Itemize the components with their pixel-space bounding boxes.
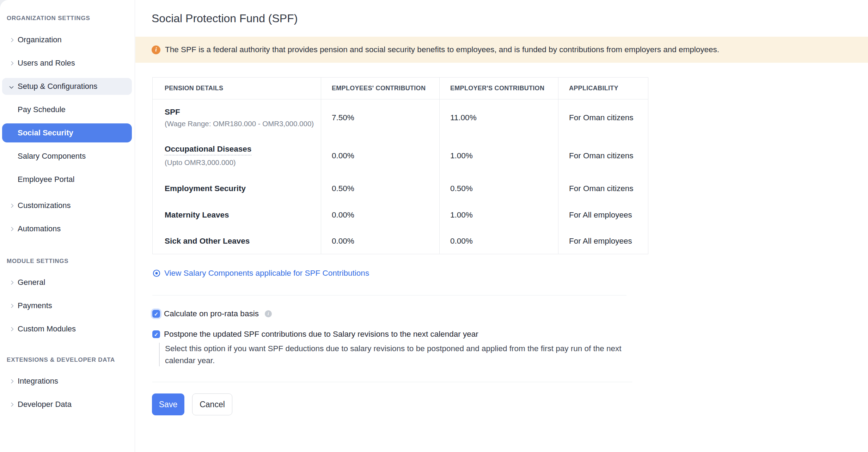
check-icon: ✓ <box>154 311 159 317</box>
row-title: SPF <box>165 108 180 117</box>
section-label-module-settings: MODULE SETTINGS <box>7 258 68 265</box>
postpone-option-row: ✓ Postpone the updated SPF contributions… <box>152 326 478 342</box>
postpone-checkbox[interactable]: ✓ <box>152 330 160 338</box>
applicability-value: For All employees <box>558 202 648 228</box>
sidebar-item-label: Employee Portal <box>18 175 74 184</box>
column-header-employees-contribution: EMPLOYEES' CONTRIBUTION <box>321 78 440 99</box>
column-header-pension-details: PENSION DETAILS <box>153 78 321 99</box>
sidebar-item-social-security[interactable]: Social Security <box>0 121 135 145</box>
sidebar-item-customizations[interactable]: Customizations <box>0 194 135 217</box>
chevron-right-icon <box>9 203 14 208</box>
sidebar-item-label: Payments <box>18 301 52 310</box>
prorata-label[interactable]: Calculate on pro-rata basis <box>164 309 259 318</box>
sidebar-item-custom-modules[interactable]: Custom Modules <box>0 317 135 341</box>
info-banner: i The SPF is a federal authority that pr… <box>135 37 868 63</box>
chevron-right-icon <box>9 226 14 231</box>
sidebar-item-label: Customizations <box>18 201 71 210</box>
sidebar-item-developer-data[interactable]: Developer Data <box>0 393 135 416</box>
sidebar-item-payments[interactable]: Payments <box>0 294 135 317</box>
chevron-right-icon <box>9 326 14 331</box>
chevron-right-icon <box>9 61 14 66</box>
employer-contribution-value: 11.00% <box>440 99 558 136</box>
employer-contribution-value: 1.00% <box>440 136 558 176</box>
applicability-value: For Oman citizens <box>558 136 648 176</box>
section-divider <box>152 295 626 295</box>
chevron-right-icon <box>9 402 14 407</box>
cancel-button[interactable]: Cancel <box>192 393 232 415</box>
sidebar-item-setup-configurations[interactable]: Setup & Configurations <box>0 75 135 98</box>
info-icon: i <box>152 45 160 54</box>
employer-contribution-value: 1.00% <box>440 202 558 228</box>
info-banner-text: The SPF is a federal authority that prov… <box>165 45 719 54</box>
expanded-nav-pill[interactable]: Setup & Configurations <box>2 78 132 95</box>
sidebar-item-label: General <box>18 278 45 287</box>
prorata-checkbox[interactable]: ✓ <box>152 310 160 318</box>
sidebar-item-automations[interactable]: Automations <box>0 217 135 240</box>
sidebar-item-pay-schedule[interactable]: Pay Schedule <box>0 98 135 121</box>
pension-details-table: PENSION DETAILS EMPLOYEES' CONTRIBUTION … <box>152 77 648 254</box>
employee-contribution-value: 0.50% <box>321 176 440 202</box>
applicability-value: For Oman citizens <box>558 176 648 202</box>
row-subtitle: (Wage Range: OMR180.000 - OMR3,000.000) <box>165 120 321 128</box>
table-row-occupational-diseases: Occupational Diseases (Upto OMR3,000.000… <box>153 136 648 176</box>
check-icon: ✓ <box>154 332 159 337</box>
sidebar-item-label: Integrations <box>18 377 58 386</box>
table-row-employment-security: Employment Security 0.50% 0.50% For Oman… <box>153 176 648 202</box>
row-title: Sick and Other Leaves <box>165 237 250 246</box>
sidebar-item-label: Automations <box>18 224 61 233</box>
window-corner <box>0 0 16 16</box>
sidebar-item-salary-components[interactable]: Salary Components <box>0 145 135 168</box>
row-title: Maternity Leaves <box>165 210 229 220</box>
page-title: Social Protection Fund (SPF) <box>152 12 298 25</box>
sidebar-item-employee-portal[interactable]: Employee Portal <box>0 168 135 191</box>
postpone-description: Select this option if you want SPF deduc… <box>159 343 622 366</box>
chevron-down-icon <box>9 84 14 89</box>
row-subtitle: (Upto OMR3,000.000) <box>165 158 321 167</box>
sidebar-item-users-and-roles[interactable]: Users and Roles <box>0 51 135 75</box>
sidebar-item-integrations[interactable]: Integrations <box>0 369 135 393</box>
sidebar-item-label: Organization <box>18 35 62 44</box>
employee-contribution-value: 0.00% <box>321 228 440 254</box>
sidebar-item-label: Developer Data <box>18 400 72 409</box>
settings-page: ORGANIZATION SETTINGS Organization Users… <box>0 0 868 452</box>
main-content: Social Protection Fund (SPF) i The SPF i… <box>135 0 868 452</box>
employee-contribution-value: 0.00% <box>321 202 440 228</box>
footer-divider <box>152 382 632 382</box>
section-label-extensions-developer-data: EXTENSIONS & DEVELOPER DATA <box>7 356 115 364</box>
employee-contribution-value: 7.50% <box>321 99 440 136</box>
sidebar-item-general[interactable]: General <box>0 271 135 294</box>
sidebar-item-organization[interactable]: Organization <box>0 28 135 51</box>
sidebar-item-label: Social Security <box>18 128 73 138</box>
view-salary-components-link[interactable]: View Salary Components applicable for SP… <box>152 269 369 278</box>
sidebar-item-label: Salary Components <box>18 152 86 161</box>
save-button[interactable]: Save <box>152 393 184 415</box>
employer-contribution-value: 0.50% <box>440 176 558 202</box>
view-salary-components-label: View Salary Components applicable for SP… <box>164 269 369 278</box>
chevron-right-icon <box>9 379 14 384</box>
postpone-label[interactable]: Postpone the updated SPF contributions d… <box>164 330 478 339</box>
sidebar-item-label: Setup & Configurations <box>18 82 97 91</box>
table-row-maternity-leaves: Maternity Leaves 0.00% 1.00% For All emp… <box>153 202 648 228</box>
section-label-organization-settings: ORGANIZATION SETTINGS <box>7 15 90 22</box>
column-header-applicability: APPLICABILITY <box>558 78 648 99</box>
view-icon <box>152 269 161 277</box>
row-title: Employment Security <box>165 184 246 193</box>
applicability-value: For All employees <box>558 228 648 254</box>
selected-nav-pill[interactable]: Social Security <box>2 123 132 142</box>
sidebar-item-label: Users and Roles <box>18 59 75 68</box>
chevron-right-icon <box>9 37 14 42</box>
table-row-spf: SPF (Wage Range: OMR180.000 - OMR3,000.0… <box>153 99 648 136</box>
prorata-option-row: ✓ Calculate on pro-rata basis i <box>152 306 272 322</box>
chevron-right-icon <box>9 303 14 308</box>
info-icon[interactable]: i <box>265 310 272 317</box>
table-row-sick-and-other-leaves: Sick and Other Leaves 0.00% 0.00% For Al… <box>153 228 648 254</box>
sidebar-item-label: Pay Schedule <box>18 105 66 114</box>
employer-contribution-value: 0.00% <box>440 228 558 254</box>
table-header-row: PENSION DETAILS EMPLOYEES' CONTRIBUTION … <box>153 78 648 99</box>
settings-sidebar: ORGANIZATION SETTINGS Organization Users… <box>0 0 135 452</box>
row-title-tooltip[interactable]: Occupational Diseases <box>165 145 251 155</box>
applicability-value: For Oman citizens <box>558 99 648 136</box>
employee-contribution-value: 0.00% <box>321 136 440 176</box>
chevron-right-icon <box>9 280 14 285</box>
column-header-employers-contribution: EMPLOYER'S CONTRIBUTION <box>440 78 558 99</box>
